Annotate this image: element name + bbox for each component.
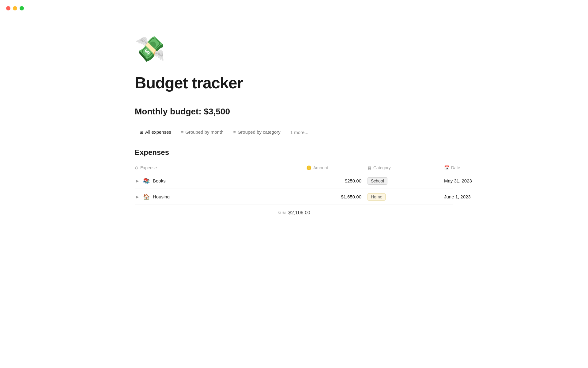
amount-col-icon: 🪙 xyxy=(306,165,311,170)
page-icon: 💸 xyxy=(135,37,453,61)
expand-arrow-books[interactable]: ▶ xyxy=(135,178,140,184)
col-header-category: ▦ Category xyxy=(368,165,444,170)
date-col-icon: 📅 xyxy=(444,165,449,170)
expand-arrow-housing[interactable]: ▶ xyxy=(135,194,140,200)
category-cell-housing: Home xyxy=(368,193,444,201)
table-row: ▶ 📚 Books $250.00 School May 31, 2023 xyxy=(135,173,453,189)
expense-col-icon: ⊖ xyxy=(135,165,138,170)
books-emoji: 📚 xyxy=(143,178,150,184)
date-cell-books: May 31, 2023 xyxy=(444,178,536,183)
close-button[interactable] xyxy=(6,6,10,10)
category-cell-books: School xyxy=(368,177,444,185)
sum-label: SUM xyxy=(278,211,286,215)
category-badge-school[interactable]: School xyxy=(368,177,387,185)
category-col-icon: ▦ xyxy=(368,165,371,170)
housing-name: Housing xyxy=(153,194,170,199)
tab-all-expenses[interactable]: ⊞ All expenses xyxy=(135,126,176,138)
monthly-budget: Monthly budget: $3,500 xyxy=(135,107,453,117)
books-name: Books xyxy=(153,178,166,183)
housing-emoji: 🏠 xyxy=(143,194,150,200)
col-header-date: 📅 Date xyxy=(444,165,536,170)
date-cell-housing: June 1, 2023 xyxy=(444,194,536,199)
section-title: Expenses xyxy=(135,148,453,157)
tabs-container: ⊞ All expenses ≡ Grouped by month ≡ Grou… xyxy=(135,126,453,138)
expenses-table: ⊖ Expense 🪙 Amount ▦ Category 📅 Date ▶ 📚… xyxy=(135,163,453,220)
table-row: ▶ 🏠 Housing $1,650.00 Home June 1, 2023 xyxy=(135,189,453,205)
page-title: Budget tracker xyxy=(135,74,453,92)
expense-cell-books: ▶ 📚 Books xyxy=(135,175,306,187)
sum-row: SUM $2,106.00 xyxy=(135,205,453,220)
table-header: ⊖ Expense 🪙 Amount ▦ Category 📅 Date xyxy=(135,163,453,173)
sum-value: $2,106.00 xyxy=(288,210,310,216)
table-icon: ⊞ xyxy=(140,130,143,135)
expense-cell-housing: ▶ 🏠 Housing xyxy=(135,191,306,203)
tab-grouped-by-month[interactable]: ≡ Grouped by month xyxy=(176,126,228,138)
category-badge-home[interactable]: Home xyxy=(368,193,386,201)
amount-cell-housing: $1,650.00 xyxy=(306,194,368,199)
maximize-button[interactable] xyxy=(20,6,24,10)
main-content: 💸 Budget tracker Monthly budget: $3,500 … xyxy=(110,0,478,245)
tab-grouped-by-category[interactable]: ≡ Grouped by category xyxy=(228,126,285,138)
tabs-more[interactable]: 1 more... xyxy=(285,127,313,138)
minimize-button[interactable] xyxy=(13,6,17,10)
col-header-expense: ⊖ Expense xyxy=(135,165,306,170)
list-icon-month: ≡ xyxy=(181,130,183,135)
window-controls xyxy=(6,6,24,10)
col-header-amount: 🪙 Amount xyxy=(306,165,368,170)
list-icon-category: ≡ xyxy=(233,130,236,135)
amount-cell-books: $250.00 xyxy=(306,178,368,183)
